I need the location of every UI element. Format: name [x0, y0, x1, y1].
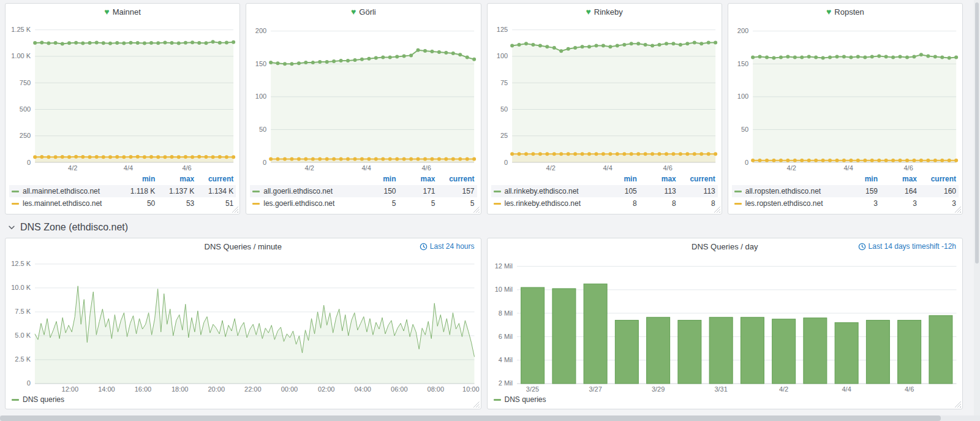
series-point [211, 155, 215, 159]
series-point [283, 157, 287, 161]
legend-current-value: 160 [917, 187, 956, 195]
series-point [807, 55, 810, 59]
legend-header-current[interactable]: current [676, 175, 715, 183]
legend-series-toggle[interactable]: DNS queries [12, 395, 475, 404]
series-point [517, 152, 521, 156]
legend-current-value: 113 [676, 187, 715, 195]
legend-table: min max current all.ropsten.ethdisco.net… [728, 173, 962, 212]
series-point [409, 157, 413, 161]
legend-series-toggle[interactable]: all.ropsten.ethdisco.net [734, 187, 839, 195]
y-tick-label: 0 [27, 159, 31, 166]
legend-series-toggle[interactable]: les.rinkeby.ethdisco.net [494, 199, 598, 208]
series-point [395, 157, 399, 161]
x-tick-label: 10:00 [462, 385, 479, 393]
series-point [566, 47, 570, 51]
legend-min-value: 150 [357, 187, 396, 195]
legend-header-max[interactable]: max [155, 175, 194, 183]
panel-title-button[interactable]: ♥ Ropsten [826, 7, 864, 17]
legend-header-min[interactable]: min [116, 175, 155, 183]
panel-title-button[interactable]: ♥ Görli [351, 7, 376, 17]
series-point [643, 152, 647, 156]
legend-header-min[interactable]: min [839, 175, 878, 183]
series-point [40, 155, 43, 159]
panel-title-button[interactable]: DNS Queries / day [692, 242, 758, 251]
series-point [163, 155, 167, 159]
series-point [95, 41, 99, 45]
panel-title-button[interactable]: ♥ Mainnet [104, 7, 141, 17]
legend-series-toggle[interactable]: les.mainnet.ethdisco.net [12, 199, 116, 208]
series-point [445, 51, 448, 55]
legend-header-current[interactable]: current [917, 175, 956, 183]
legend-header-max[interactable]: max [637, 175, 676, 183]
legend-header-current[interactable]: current [194, 175, 233, 183]
legend-current-value: 51 [194, 199, 233, 208]
y-tick-label: 5.0 K [15, 332, 31, 339]
series-point [891, 159, 895, 162]
legend-series-toggle[interactable]: les.ropsten.ethdisco.net [734, 199, 839, 208]
series-point [559, 152, 563, 156]
series-swatch-icon [494, 203, 501, 205]
series-point [800, 159, 804, 162]
series-point [95, 155, 99, 159]
legend-table: min max current all.mainnet.ethdisco.net… [6, 173, 239, 212]
series-point [232, 40, 235, 44]
series-swatch-icon [734, 203, 742, 205]
x-tick-label: 20:00 [208, 385, 225, 393]
series-point [636, 42, 640, 45]
series-point [524, 152, 528, 156]
series-point [552, 46, 556, 50]
series-point [318, 157, 322, 161]
legend-header-min[interactable]: min [598, 175, 637, 183]
time-range-badge[interactable]: Last 24 hours [420, 238, 475, 254]
legend-series-toggle[interactable]: all.mainnet.ethdisco.net [12, 187, 116, 195]
panel-title-text: Rinkeby [594, 7, 623, 17]
series-point [814, 56, 818, 59]
x-tick-label: 16:00 [135, 385, 152, 393]
series-point [650, 44, 654, 48]
x-tick-label: 06:00 [391, 385, 408, 393]
series-point [772, 56, 775, 60]
legend-header-min[interactable]: min [357, 175, 396, 183]
legend-series-toggle[interactable]: all.goerli.ethdisco.net [252, 187, 356, 195]
series-point [388, 157, 392, 161]
y-tick-label: 50 [741, 126, 748, 133]
series-point [136, 41, 140, 45]
series-point [926, 54, 930, 58]
series-point [685, 152, 689, 156]
series-swatch-icon [252, 203, 260, 205]
series-point [325, 60, 329, 64]
series-point [517, 43, 521, 47]
series-point [678, 152, 682, 156]
series-point [665, 152, 668, 156]
bar [741, 317, 764, 384]
x-tick-label: 4/6 [903, 164, 913, 172]
series-point [88, 155, 92, 159]
time-range-badge[interactable]: Last 14 days timeshift -12h [858, 238, 956, 254]
series-point [431, 50, 434, 53]
series-point [835, 159, 839, 162]
series-point [225, 40, 228, 44]
series-point [870, 55, 873, 59]
panel-title-button[interactable]: DNS Queries / minute [205, 242, 282, 251]
legend-series-toggle[interactable]: DNS queries [494, 395, 957, 404]
vertical-scrollbar-thumb[interactable] [975, 2, 979, 264]
legend-max-value: 113 [637, 187, 676, 195]
dns-zone-section-header[interactable]: DNS Zone (ethdisco.net) [5, 218, 963, 237]
series-point [919, 159, 923, 162]
legend-series-toggle[interactable]: les.goerli.ethdisco.net [252, 199, 356, 208]
legend-header-current[interactable]: current [435, 175, 475, 183]
series-swatch-icon [12, 203, 19, 205]
panel-title-button[interactable]: ♥ Rinkeby [586, 7, 622, 17]
legend-header-max[interactable]: max [396, 175, 435, 183]
series-point [204, 41, 208, 45]
series-point [615, 44, 619, 48]
horizontal-scrollbar[interactable] [0, 415, 980, 421]
series-point [170, 41, 174, 45]
series-swatch-icon [252, 191, 260, 192]
horizontal-scrollbar-thumb[interactable] [0, 415, 941, 421]
legend-header-max[interactable]: max [878, 175, 917, 183]
series-point [437, 157, 441, 161]
vertical-scrollbar[interactable] [974, 0, 980, 421]
series-swatch-icon [494, 399, 501, 401]
legend-series-toggle[interactable]: all.rinkeby.ethdisco.net [494, 187, 598, 195]
